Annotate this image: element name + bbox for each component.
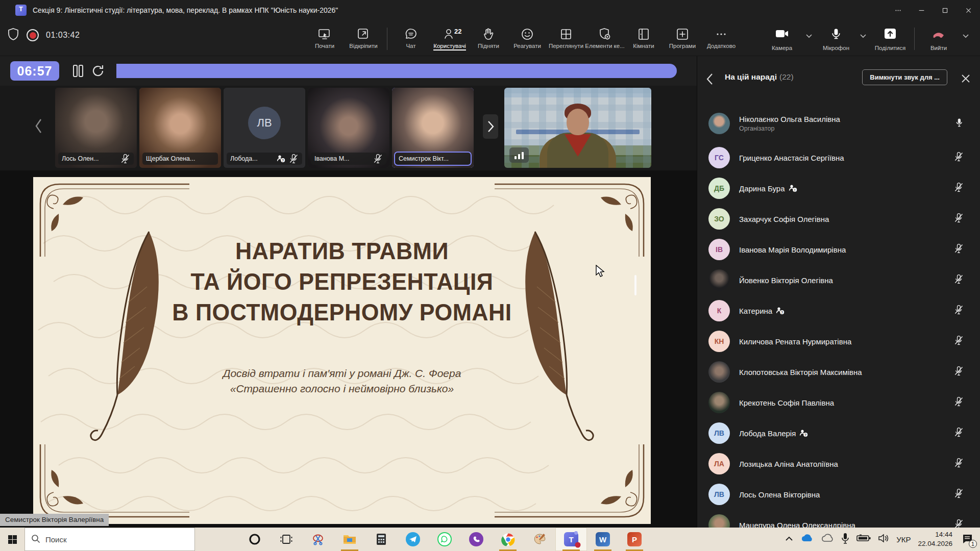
maximize-icon[interactable]	[933, 0, 957, 20]
toolbar-button-more[interactable]: Додатково	[702, 23, 741, 54]
video-tiles: Лось Олен... Щербак Олена...ЛВ Лобода...…	[55, 88, 474, 168]
taskbar-app-chrome[interactable]	[492, 528, 524, 551]
toolbar-button-chat[interactable]: Чат	[391, 23, 430, 54]
participant-row[interactable]: ІВ Іванова Марія Володимирівна	[697, 234, 980, 265]
timer-refresh-icon[interactable]	[91, 64, 105, 80]
audio-signal-icon	[509, 147, 529, 163]
panel-back-icon[interactable]	[705, 72, 714, 88]
calculator-icon	[375, 533, 387, 546]
toolbar-button-grid[interactable]: Переглянути	[547, 23, 585, 54]
chevron-down-icon[interactable]	[856, 20, 870, 51]
tray-clock[interactable]: 14:44 22.04.2026	[918, 530, 952, 548]
mic-muted-icon[interactable]	[953, 427, 964, 440]
panel-close-icon[interactable]	[961, 72, 971, 87]
mic-muted-icon[interactable]	[953, 335, 964, 348]
toolbar-button-rooms[interactable]: Кімнати	[624, 23, 663, 54]
mute-all-button[interactable]: Вимкнути звук для ...	[862, 69, 947, 85]
participant-row[interactable]: ЛА Лозицька Аліна Анатоліївна	[697, 448, 980, 479]
toolbar-button-label: Чат	[406, 43, 415, 49]
guest-badge-icon: ?	[776, 307, 785, 315]
participant-row[interactable]: ЛВ Лобода Валерія?	[697, 418, 980, 448]
close-icon[interactable]	[957, 0, 980, 20]
participant-row[interactable]: К Катерина?	[697, 295, 980, 326]
taskbar-app-telegram[interactable]	[397, 528, 429, 551]
toolbar-button-popout[interactable]: Відкріпити	[344, 23, 383, 54]
taskbar-app-calculator[interactable]	[365, 528, 397, 551]
slide-title-line: ТА ЙОГО РЕПРЕЗЕНТАЦІЯ	[143, 266, 541, 297]
device-button-camera[interactable]: Камера	[762, 23, 802, 54]
mic-muted-icon[interactable]	[953, 212, 964, 226]
video-tile[interactable]: Семистрок Вікт...	[392, 88, 474, 168]
leave-button[interactable]: Вийти	[919, 23, 959, 54]
taskbar-app-whatsapp[interactable]	[429, 528, 460, 551]
mic-muted-icon[interactable]	[953, 488, 964, 501]
participants-panel-header: На цій нараді(22) Вимкнути звук для ...	[697, 68, 980, 91]
toolbar-button-shield-gear[interactable]: Елементи ке...	[585, 23, 624, 54]
mic-muted-icon[interactable]	[953, 365, 964, 379]
participant-row[interactable]: Ніколаєнко Ольга ВасилівнаОрганізатор	[697, 105, 980, 142]
svg-text:!: !	[794, 188, 795, 192]
video-tile[interactable]: Іванова М...	[308, 88, 389, 168]
participant-row[interactable]: КН Киличова Рената Нурмиратівна	[697, 326, 980, 357]
mic-muted-icon[interactable]	[953, 243, 964, 256]
video-tile[interactable]: Щербак Олена...	[139, 88, 221, 168]
taskbar-app-viber[interactable]	[460, 528, 492, 551]
onedrive-icon[interactable]	[800, 534, 814, 545]
tray-chevron-up-icon[interactable]	[785, 535, 793, 544]
taskbar-app-snipping-tool[interactable]	[302, 528, 334, 551]
teams-logo-icon	[15, 5, 27, 16]
taskbar-app-teams[interactable]: T	[555, 528, 587, 551]
volume-icon[interactable]	[878, 534, 889, 545]
video-tile[interactable]: ЛВ Лобода...?	[224, 88, 305, 168]
chevron-down-icon[interactable]	[802, 20, 816, 51]
battery-icon[interactable]	[856, 534, 871, 544]
notification-center-icon[interactable]: 1	[960, 532, 975, 547]
taskbar-app-powerpoint[interactable]: P	[619, 528, 650, 551]
participant-row[interactable]: Йовенко Вікторія Олегівна	[697, 265, 980, 295]
participant-photo-avatar	[708, 113, 730, 134]
cloud-icon[interactable]	[821, 534, 834, 545]
toolbar-button-screen-share[interactable]: Почати	[305, 23, 344, 54]
taskbar-app-task-view[interactable]	[271, 528, 302, 551]
mic-muted-icon[interactable]	[953, 273, 964, 287]
snipping-tool-icon	[311, 533, 325, 546]
active-speaker-tile[interactable]	[504, 88, 651, 168]
strip-next-button[interactable]	[483, 114, 498, 139]
start-button[interactable]	[0, 528, 24, 551]
toolbar-button-hand[interactable]: Підняти	[469, 23, 508, 54]
mic-muted-icon	[120, 153, 130, 164]
mic-muted-icon[interactable]	[953, 182, 964, 195]
timer-pause-icon[interactable]	[71, 64, 85, 80]
participant-initials-avatar: ІВ	[708, 239, 730, 260]
taskbar-app-word[interactable]: W	[587, 528, 619, 551]
video-tile[interactable]: Лось Олен...	[55, 88, 137, 168]
language-indicator[interactable]: УКР	[896, 535, 911, 544]
taskbar-search-input[interactable]: Поиск	[24, 528, 195, 551]
toolbar-button-apps[interactable]: Програми	[663, 23, 702, 54]
taskbar-app-file-explorer[interactable]	[334, 528, 365, 551]
participant-row[interactable]: Крекотень Софія Павлівна	[697, 387, 980, 418]
participant-row[interactable]: Клопотовська Вікторія Максимівна	[697, 357, 980, 387]
taskbar-app-paint[interactable]	[524, 528, 555, 551]
slide-scrollbar-thumb[interactable]	[634, 275, 636, 295]
toolbar-button-smiley[interactable]: Реагувати	[508, 23, 547, 54]
tray-mic-icon[interactable]	[841, 533, 849, 546]
participant-row[interactable]: ЗО Захарчук Софія Олегівна	[697, 204, 980, 234]
mic-muted-icon[interactable]	[953, 304, 964, 317]
strip-prev-icon[interactable]	[34, 117, 43, 137]
mic-muted-icon[interactable]	[953, 457, 964, 470]
mic-muted-icon[interactable]	[953, 151, 964, 164]
taskbar-app-o-ring-app[interactable]	[239, 528, 271, 551]
device-button-share[interactable]: Поділитися	[870, 23, 910, 54]
participant-row[interactable]: ДБ Дарина Бура!	[697, 173, 980, 204]
chevron-down-icon[interactable]	[959, 20, 973, 51]
mic-on-icon[interactable]	[954, 117, 964, 130]
mic-muted-icon[interactable]	[953, 396, 964, 409]
device-button-mic-on[interactable]: Мікрофон	[816, 23, 856, 54]
participant-row[interactable]: ЛВ Лось Олена Вікторівна	[697, 479, 980, 510]
toolbar-button-label: Реагувати	[513, 43, 541, 49]
participant-row[interactable]: ГС Гриценко Анастасія Сергіївна	[697, 142, 980, 173]
toolbar-button-people[interactable]: 22Користувачі	[430, 23, 469, 54]
minimize-icon[interactable]	[910, 0, 933, 20]
window-more-icon[interactable]	[886, 0, 910, 20]
